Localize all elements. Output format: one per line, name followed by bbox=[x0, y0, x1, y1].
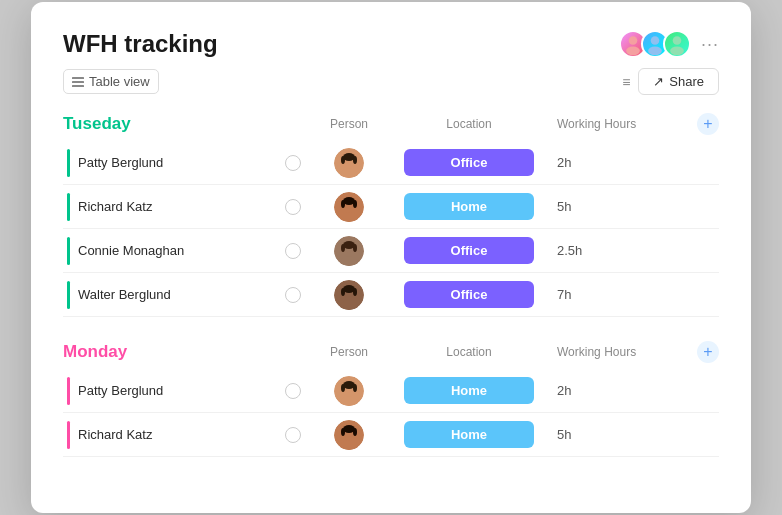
person-avatar bbox=[334, 236, 364, 266]
person-avatar bbox=[334, 376, 364, 406]
working-hours-value: 2h bbox=[549, 383, 689, 398]
row-checkbox[interactable] bbox=[285, 287, 301, 303]
row-name-cell: Richard Katz bbox=[63, 421, 309, 449]
table-row: Walter Berglund Office 7h bbox=[63, 273, 719, 317]
toolbar: Table view ≡ ↗ Share bbox=[63, 68, 719, 95]
person-avatar bbox=[334, 420, 364, 450]
add-column-button[interactable]: + bbox=[697, 113, 719, 135]
svg-point-14 bbox=[341, 156, 345, 164]
header-right: ··· bbox=[619, 30, 719, 58]
svg-rect-8 bbox=[72, 85, 84, 87]
location-button[interactable]: Home bbox=[404, 421, 534, 448]
location-button[interactable]: Home bbox=[404, 377, 534, 404]
table-row: Connie Monaghan Office 2.5h bbox=[63, 229, 719, 273]
svg-point-3 bbox=[648, 47, 662, 56]
row-bar bbox=[67, 421, 70, 449]
table-row: Patty Berglund Home 2h bbox=[63, 369, 719, 413]
location-button[interactable]: Office bbox=[404, 149, 534, 176]
row-name-cell: Patty Berglund bbox=[63, 377, 309, 405]
section-header-tuesday: Tuseday Person Location Working Hours + bbox=[63, 113, 719, 135]
row-bar bbox=[67, 237, 70, 265]
table-row: Richard Katz Home 5h bbox=[63, 185, 719, 229]
svg-point-0 bbox=[629, 36, 638, 45]
svg-rect-7 bbox=[72, 81, 84, 83]
filter-icon[interactable]: ≡ bbox=[622, 74, 630, 90]
working-hours-value: 2h bbox=[549, 155, 689, 170]
share-icon: ↗ bbox=[653, 74, 664, 89]
col-header-working-hours: Working Hours bbox=[549, 117, 689, 131]
share-button[interactable]: ↗ Share bbox=[638, 68, 719, 95]
working-hours-value: 5h bbox=[549, 427, 689, 442]
table-row: Patty Berglund Office 2h bbox=[63, 141, 719, 185]
working-hours-value: 5h bbox=[549, 199, 689, 214]
app-window: WFH tracking ··· Tabl bbox=[31, 2, 751, 513]
location-button[interactable]: Office bbox=[404, 281, 534, 308]
avatar bbox=[663, 30, 691, 58]
section-header-monday: Monday Person Location Working Hours + bbox=[63, 341, 719, 363]
svg-point-42 bbox=[341, 384, 345, 392]
location-button[interactable]: Office bbox=[404, 237, 534, 264]
add-column-button[interactable]: + bbox=[697, 341, 719, 363]
row-bar bbox=[67, 193, 70, 221]
working-hours-value: 2.5h bbox=[549, 243, 689, 258]
row-checkbox[interactable] bbox=[285, 155, 301, 171]
section-title: Monday bbox=[63, 342, 309, 362]
avatar-group bbox=[619, 30, 691, 58]
row-name: Patty Berglund bbox=[78, 155, 163, 170]
table-row: Richard Katz Home 5h bbox=[63, 413, 719, 457]
col-header-person: Person bbox=[309, 345, 389, 359]
row-checkbox[interactable] bbox=[285, 199, 301, 215]
row-bar bbox=[67, 377, 70, 405]
person-avatar bbox=[334, 280, 364, 310]
row-name: Richard Katz bbox=[78, 199, 152, 214]
svg-point-36 bbox=[353, 288, 357, 296]
svg-point-35 bbox=[341, 288, 345, 296]
working-hours-value: 7h bbox=[549, 287, 689, 302]
section-tuesday: Tuseday Person Location Working Hours + … bbox=[63, 113, 719, 317]
svg-rect-6 bbox=[72, 77, 84, 79]
svg-point-4 bbox=[673, 36, 682, 45]
svg-point-5 bbox=[670, 47, 684, 56]
svg-point-28 bbox=[341, 244, 345, 252]
svg-point-29 bbox=[353, 244, 357, 252]
col-header-working-hours: Working Hours bbox=[549, 345, 689, 359]
col-header-person: Person bbox=[309, 117, 389, 131]
row-checkbox[interactable] bbox=[285, 243, 301, 259]
row-name-cell: Connie Monaghan bbox=[63, 237, 309, 265]
row-bar bbox=[67, 149, 70, 177]
svg-point-22 bbox=[353, 200, 357, 208]
svg-point-2 bbox=[651, 36, 660, 45]
svg-point-50 bbox=[353, 428, 357, 436]
row-checkbox[interactable] bbox=[285, 427, 301, 443]
row-name-cell: Walter Berglund bbox=[63, 281, 309, 309]
row-name: Walter Berglund bbox=[78, 287, 171, 302]
svg-point-43 bbox=[353, 384, 357, 392]
person-avatar bbox=[334, 148, 364, 178]
page-title: WFH tracking bbox=[63, 30, 218, 58]
share-label: Share bbox=[669, 74, 704, 89]
svg-point-15 bbox=[353, 156, 357, 164]
table-view-button[interactable]: Table view bbox=[63, 69, 159, 94]
row-name-cell: Patty Berglund bbox=[63, 149, 309, 177]
svg-point-49 bbox=[341, 428, 345, 436]
table-view-label: Table view bbox=[89, 74, 150, 89]
col-header-location: Location bbox=[389, 345, 549, 359]
row-name: Richard Katz bbox=[78, 427, 152, 442]
section-monday: Monday Person Location Working Hours + P… bbox=[63, 341, 719, 457]
row-checkbox[interactable] bbox=[285, 383, 301, 399]
table-icon bbox=[72, 77, 84, 87]
svg-point-21 bbox=[341, 200, 345, 208]
more-icon[interactable]: ··· bbox=[701, 34, 719, 55]
sections-container: Tuseday Person Location Working Hours + … bbox=[63, 113, 719, 457]
person-avatar bbox=[334, 192, 364, 222]
col-header-location: Location bbox=[389, 117, 549, 131]
row-name-cell: Richard Katz bbox=[63, 193, 309, 221]
location-button[interactable]: Home bbox=[404, 193, 534, 220]
header: WFH tracking ··· bbox=[63, 30, 719, 58]
section-title: Tuseday bbox=[63, 114, 309, 134]
row-name: Patty Berglund bbox=[78, 383, 163, 398]
svg-point-1 bbox=[626, 47, 640, 56]
toolbar-right: ≡ ↗ Share bbox=[622, 68, 719, 95]
row-bar bbox=[67, 281, 70, 309]
row-name: Connie Monaghan bbox=[78, 243, 184, 258]
